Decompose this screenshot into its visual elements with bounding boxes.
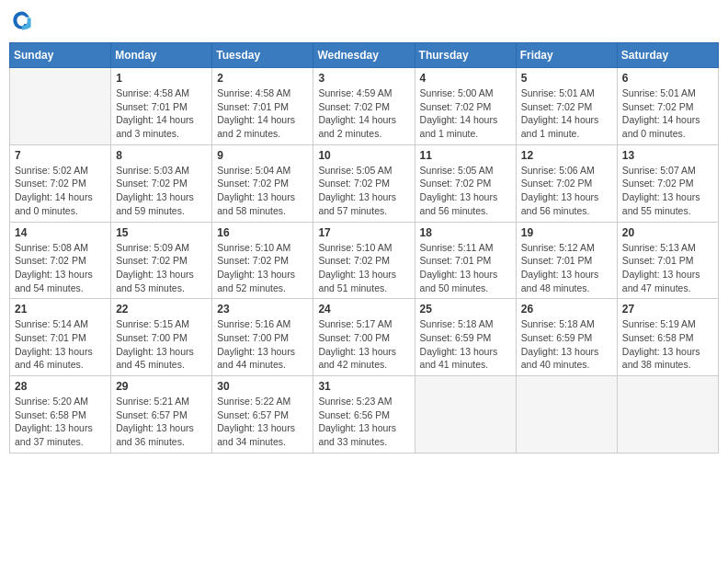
day-number: 2 xyxy=(217,72,308,85)
day-number: 10 xyxy=(318,149,409,162)
page-header xyxy=(9,9,719,35)
calendar-cell: 5Sunrise: 5:01 AMSunset: 7:02 PMDaylight… xyxy=(516,68,617,145)
calendar-cell: 2Sunrise: 4:58 AMSunset: 7:01 PMDaylight… xyxy=(212,68,313,145)
day-number: 24 xyxy=(318,303,409,316)
calendar-header-wednesday: Wednesday xyxy=(313,43,415,68)
calendar-cell: 17Sunrise: 5:10 AMSunset: 7:02 PMDayligh… xyxy=(313,222,415,299)
day-number: 29 xyxy=(116,380,207,393)
day-number: 28 xyxy=(15,380,106,393)
day-number: 9 xyxy=(217,149,308,162)
calendar-cell: 15Sunrise: 5:09 AMSunset: 7:02 PMDayligh… xyxy=(111,222,212,299)
calendar-cell: 9Sunrise: 5:04 AMSunset: 7:02 PMDaylight… xyxy=(212,144,313,222)
calendar-week-5: 28Sunrise: 5:20 AMSunset: 6:58 PMDayligh… xyxy=(10,376,719,454)
day-number: 21 xyxy=(15,303,106,316)
calendar-cell: 13Sunrise: 5:07 AMSunset: 7:02 PMDayligh… xyxy=(617,144,718,222)
calendar-cell: 28Sunrise: 5:20 AMSunset: 6:58 PMDayligh… xyxy=(10,376,111,454)
day-number: 11 xyxy=(420,149,511,162)
calendar-cell: 1Sunrise: 4:58 AMSunset: 7:01 PMDaylight… xyxy=(111,68,212,145)
day-info: Sunrise: 5:05 AMSunset: 7:02 PMDaylight:… xyxy=(420,164,511,218)
day-number: 13 xyxy=(622,149,713,162)
day-info: Sunrise: 5:09 AMSunset: 7:02 PMDaylight:… xyxy=(116,241,207,295)
calendar-cell: 31Sunrise: 5:23 AMSunset: 6:56 PMDayligh… xyxy=(313,376,415,454)
calendar-cell: 14Sunrise: 5:08 AMSunset: 7:02 PMDayligh… xyxy=(10,222,111,299)
calendar-cell: 7Sunrise: 5:02 AMSunset: 7:02 PMDaylight… xyxy=(10,144,111,222)
day-number: 27 xyxy=(622,303,713,316)
calendar-cell: 24Sunrise: 5:17 AMSunset: 7:00 PMDayligh… xyxy=(313,299,415,376)
calendar-header-thursday: Thursday xyxy=(415,43,516,68)
day-info: Sunrise: 5:00 AMSunset: 7:02 PMDaylight:… xyxy=(420,86,511,141)
day-number: 8 xyxy=(116,149,207,162)
calendar-cell: 8Sunrise: 5:03 AMSunset: 7:02 PMDaylight… xyxy=(111,144,212,222)
day-info: Sunrise: 5:17 AMSunset: 7:00 PMDaylight:… xyxy=(318,317,409,372)
day-number: 3 xyxy=(318,72,409,85)
calendar-week-2: 7Sunrise: 5:02 AMSunset: 7:02 PMDaylight… xyxy=(10,144,719,222)
day-info: Sunrise: 5:23 AMSunset: 6:56 PMDaylight:… xyxy=(318,395,409,449)
day-info: Sunrise: 5:07 AMSunset: 7:02 PMDaylight:… xyxy=(622,164,713,218)
day-number: 23 xyxy=(217,303,308,316)
day-info: Sunrise: 5:20 AMSunset: 6:58 PMDaylight:… xyxy=(15,395,106,449)
calendar-week-1: 1Sunrise: 4:58 AMSunset: 7:01 PMDaylight… xyxy=(10,68,719,145)
day-number: 18 xyxy=(420,226,511,239)
day-info: Sunrise: 5:02 AMSunset: 7:02 PMDaylight:… xyxy=(15,164,106,218)
day-number: 7 xyxy=(15,149,106,162)
calendar-cell: 3Sunrise: 4:59 AMSunset: 7:02 PMDaylight… xyxy=(313,68,415,145)
day-info: Sunrise: 5:06 AMSunset: 7:02 PMDaylight:… xyxy=(521,164,612,218)
day-info: Sunrise: 5:10 AMSunset: 7:02 PMDaylight:… xyxy=(318,241,409,295)
calendar-cell: 10Sunrise: 5:05 AMSunset: 7:02 PMDayligh… xyxy=(313,144,415,222)
day-number: 4 xyxy=(420,72,511,85)
day-info: Sunrise: 5:10 AMSunset: 7:02 PMDaylight:… xyxy=(217,241,308,295)
day-info: Sunrise: 5:22 AMSunset: 6:57 PMDaylight:… xyxy=(217,395,308,449)
day-info: Sunrise: 5:08 AMSunset: 7:02 PMDaylight:… xyxy=(15,241,106,295)
day-number: 26 xyxy=(521,303,612,316)
calendar-table: SundayMondayTuesdayWednesdayThursdayFrid… xyxy=(9,42,719,454)
calendar-cell: 27Sunrise: 5:19 AMSunset: 6:58 PMDayligh… xyxy=(617,299,718,376)
calendar-header-friday: Friday xyxy=(516,43,617,68)
day-number: 31 xyxy=(318,380,409,393)
day-info: Sunrise: 5:01 AMSunset: 7:02 PMDaylight:… xyxy=(521,86,612,141)
logo-icon xyxy=(11,9,33,31)
calendar-cell: 25Sunrise: 5:18 AMSunset: 6:59 PMDayligh… xyxy=(415,299,516,376)
day-number: 19 xyxy=(521,226,612,239)
calendar-week-3: 14Sunrise: 5:08 AMSunset: 7:02 PMDayligh… xyxy=(10,222,719,299)
calendar-cell: 18Sunrise: 5:11 AMSunset: 7:01 PMDayligh… xyxy=(415,222,516,299)
calendar-cell: 30Sunrise: 5:22 AMSunset: 6:57 PMDayligh… xyxy=(212,376,313,454)
calendar-cell xyxy=(415,376,516,454)
calendar-week-4: 21Sunrise: 5:14 AMSunset: 7:01 PMDayligh… xyxy=(10,299,719,376)
day-number: 5 xyxy=(521,72,612,85)
calendar-cell: 21Sunrise: 5:14 AMSunset: 7:01 PMDayligh… xyxy=(10,299,111,376)
day-info: Sunrise: 4:58 AMSunset: 7:01 PMDaylight:… xyxy=(116,86,207,141)
day-number: 17 xyxy=(318,226,409,239)
calendar-cell xyxy=(10,68,111,145)
day-info: Sunrise: 5:03 AMSunset: 7:02 PMDaylight:… xyxy=(116,164,207,218)
calendar-cell: 19Sunrise: 5:12 AMSunset: 7:01 PMDayligh… xyxy=(516,222,617,299)
day-number: 16 xyxy=(217,226,308,239)
day-number: 14 xyxy=(15,226,106,239)
calendar-cell: 23Sunrise: 5:16 AMSunset: 7:00 PMDayligh… xyxy=(212,299,313,376)
calendar-header-saturday: Saturday xyxy=(617,43,718,68)
calendar-cell: 26Sunrise: 5:18 AMSunset: 6:59 PMDayligh… xyxy=(516,299,617,376)
day-info: Sunrise: 5:16 AMSunset: 7:00 PMDaylight:… xyxy=(217,317,308,372)
calendar-cell: 20Sunrise: 5:13 AMSunset: 7:01 PMDayligh… xyxy=(617,222,718,299)
calendar-cell: 22Sunrise: 5:15 AMSunset: 7:00 PMDayligh… xyxy=(111,299,212,376)
calendar-header-monday: Monday xyxy=(111,43,212,68)
day-number: 25 xyxy=(420,303,511,316)
day-info: Sunrise: 5:11 AMSunset: 7:01 PMDaylight:… xyxy=(420,241,511,295)
day-info: Sunrise: 5:01 AMSunset: 7:02 PMDaylight:… xyxy=(622,86,713,141)
calendar-header-row: SundayMondayTuesdayWednesdayThursdayFrid… xyxy=(10,43,719,68)
calendar-cell: 12Sunrise: 5:06 AMSunset: 7:02 PMDayligh… xyxy=(516,144,617,222)
calendar-cell xyxy=(617,376,718,454)
logo xyxy=(9,9,33,35)
day-number: 12 xyxy=(521,149,612,162)
calendar-cell xyxy=(516,376,617,454)
calendar-cell: 11Sunrise: 5:05 AMSunset: 7:02 PMDayligh… xyxy=(415,144,516,222)
calendar-header-tuesday: Tuesday xyxy=(212,43,313,68)
day-info: Sunrise: 5:05 AMSunset: 7:02 PMDaylight:… xyxy=(318,164,409,218)
calendar-cell: 4Sunrise: 5:00 AMSunset: 7:02 PMDaylight… xyxy=(415,68,516,145)
day-number: 6 xyxy=(622,72,713,85)
day-info: Sunrise: 5:04 AMSunset: 7:02 PMDaylight:… xyxy=(217,164,308,218)
day-number: 22 xyxy=(116,303,207,316)
calendar-cell: 29Sunrise: 5:21 AMSunset: 6:57 PMDayligh… xyxy=(111,376,212,454)
day-number: 15 xyxy=(116,226,207,239)
day-number: 30 xyxy=(217,380,308,393)
day-number: 1 xyxy=(116,72,207,85)
